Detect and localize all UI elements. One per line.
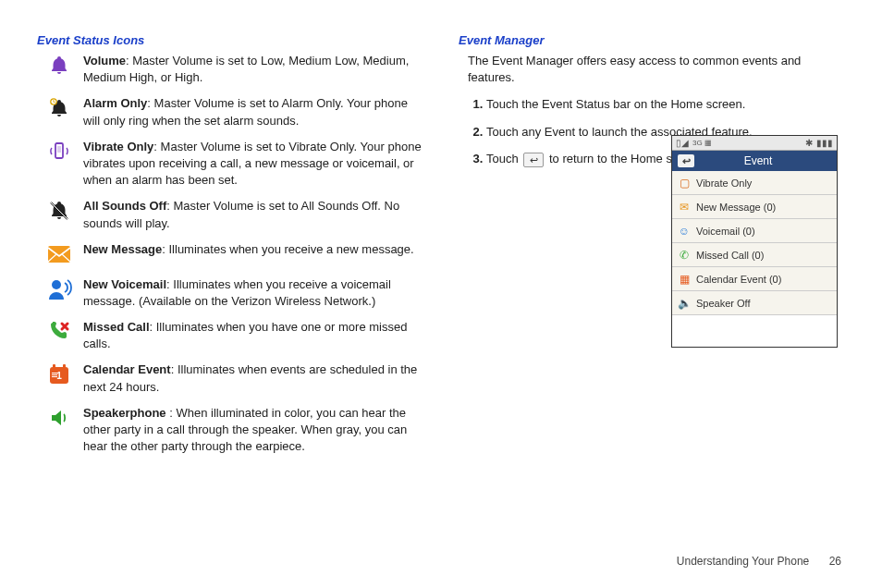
phone-item-vibrate[interactable]: ▢ Vibrate Only [672,171,837,195]
phone-header-title: Event [685,154,831,167]
icon-desc: Vibrate Only: Master Volume is set to Vi… [83,139,423,190]
icon-row-sounds-off: All Sounds Off: Master Volume is set to … [46,198,423,231]
icon-list: Volume: Master Volume is set to Low, Med… [46,53,423,455]
speaker-icon: 🔈 [678,297,691,310]
svg-rect-11 [52,373,57,374]
calendar-icon: ▦ [678,273,691,286]
footer-page-number: 26 [829,555,841,568]
icon-row-speakerphone: Speakerphone : When illuminated in color… [46,405,423,456]
envelope-icon [46,241,72,267]
left-section-title: Event Status Icons [37,33,423,47]
icon-desc: Missed Call: Illuminates when you have o… [83,319,423,352]
icon-desc: All Sounds Off: Master Volume is set to … [83,198,423,231]
envelope-icon: ✉ [678,201,691,214]
svg-rect-13 [52,376,57,377]
left-column: Event Status Icons Volume: Master Volume… [37,33,423,464]
svg-rect-5 [48,246,70,263]
vibrate-phone-icon: ▢ [678,177,691,190]
icon-row-alarm-only: Alarm Only: Master Volume is set to Alar… [46,95,423,129]
icon-row-volume: Volume: Master Volume is set to Low, Med… [46,53,423,86]
bluetooth-icon: ✱ [805,138,813,148]
speaker-icon [46,405,72,431]
svg-rect-8 [53,364,55,369]
icon-desc: New Message: Illuminates when you receiv… [83,241,423,258]
svg-text:1: 1 [56,371,62,381]
back-arrow-icon: ↩ [523,153,544,167]
icon-row-message: New Message: Illuminates when you receiv… [46,241,423,267]
icon-row-voicemail: New Voicemail: Illuminates when you rece… [46,276,423,310]
right-intro: The Event Manager offers easy access to … [468,53,845,86]
phone-item-missed-call[interactable]: ✆ Missed Call (0) [672,243,837,267]
signal-icon: ▯◢ [676,138,689,148]
phone-screenshot: ▯◢ 3G ▦ ✱ ▮▮▮ ↩ Event ▢ Vibrate Only ✉ N… [671,135,838,348]
alarm-bell-icon [46,95,72,121]
icon-row-missed-call: Missed Call: Illuminates when you have o… [46,319,423,352]
phone-item-message[interactable]: ✉ New Message (0) [672,195,837,219]
svg-point-6 [52,280,61,289]
icon-desc: Speakerphone : When illuminated in color… [83,405,423,456]
phone-status-bar: ▯◢ 3G ▦ ✱ ▮▮▮ [672,136,837,151]
voicemail-person-icon: ☺ [678,225,691,238]
phone-item-voicemail[interactable]: ☺ Voicemail (0) [672,219,837,243]
phone-header: ↩ Event [672,151,837,171]
vibrate-phone-icon [46,139,72,165]
right-section-title: Event Manager [459,33,845,47]
calendar-icon: 1 [46,361,72,387]
footer-chapter: Understanding Your Phone [677,555,809,568]
icon-desc: New Voicemail: Illuminates when you rece… [83,276,423,310]
bell-slash-icon [46,198,72,224]
battery-icon: ▮▮▮ [816,138,833,148]
voicemail-person-icon [46,276,72,302]
svg-rect-12 [52,374,57,375]
icon-desc: Calendar Event: Illuminates when events … [83,361,423,395]
missed-call-icon [46,319,72,345]
svg-rect-9 [63,364,66,369]
bell-icon [46,53,72,79]
network-icon: 3G ▦ [692,139,712,147]
icon-desc: Alarm Only: Master Volume is set to Alar… [83,95,423,129]
missed-call-icon: ✆ [678,249,691,262]
icon-row-vibrate: Vibrate Only: Master Volume is set to Vi… [46,139,423,190]
icon-row-calendar: 1 Calendar Event: Illuminates when event… [46,361,423,395]
phone-item-speaker[interactable]: 🔈 Speaker Off [672,291,837,315]
svg-rect-2 [57,146,61,153]
phone-item-calendar[interactable]: ▦ Calendar Event (0) [672,267,837,291]
phone-blank-area [672,315,837,347]
icon-desc: Volume: Master Volume is set to Low, Med… [83,53,423,86]
step-1: Touch the Event Status bar on the Home s… [486,95,845,114]
page-footer: Understanding Your Phone 26 [677,555,841,568]
